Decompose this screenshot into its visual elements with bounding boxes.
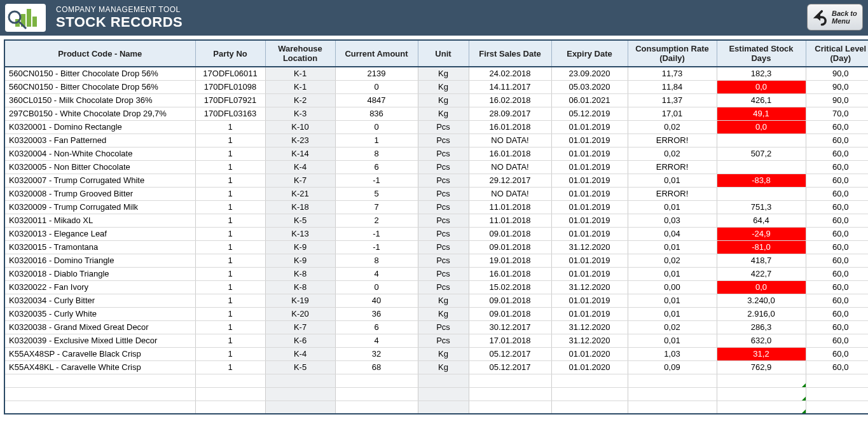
cell[interactable]: K0320004 - Non-White Chocolate (4, 147, 195, 160)
cell[interactable]: 1 (195, 174, 265, 187)
cell[interactable]: K0320005 - Non Bitter Chocolate (4, 160, 195, 174)
cell[interactable]: 60,0 (806, 134, 868, 147)
table-row[interactable] (4, 387, 868, 400)
cell[interactable]: 0,01 (628, 307, 717, 320)
cell[interactable]: K-5 (265, 214, 335, 227)
cell[interactable]: K-5 (265, 360, 335, 374)
cell[interactable]: NO DATA! (469, 160, 551, 174)
cell[interactable]: K-2 (265, 93, 335, 107)
cell[interactable]: 1 (195, 187, 265, 200)
cell[interactable]: 09.01.2018 (469, 307, 551, 320)
cell[interactable]: K-8 (265, 267, 335, 280)
cell[interactable]: 6 (335, 320, 418, 334)
cell[interactable]: 426,1 (717, 93, 806, 107)
cell[interactable]: NO DATA! (469, 134, 551, 147)
cell[interactable]: 01.01.2019 (551, 267, 628, 280)
cell[interactable]: 60,0 (806, 360, 868, 374)
cell[interactable]: ERROR! (628, 187, 717, 200)
cell[interactable]: 1 (195, 320, 265, 334)
cell[interactable] (806, 374, 868, 387)
cell[interactable]: 1 (195, 240, 265, 254)
table-row[interactable]: K0320013 - Elegance Leaf1K-13-1Pcs09.01.… (4, 227, 868, 240)
cell[interactable]: 836 (335, 107, 418, 120)
cell[interactable] (806, 400, 868, 414)
cell[interactable]: 0,01 (628, 174, 717, 187)
table-row[interactable]: K55AX48SP - Caravelle Black Crisp1K-432K… (4, 347, 868, 360)
cell[interactable] (335, 387, 418, 400)
cell[interactable]: 0,00 (628, 280, 717, 294)
cell[interactable]: 01.01.2019 (551, 294, 628, 307)
cell[interactable] (418, 387, 469, 400)
cell[interactable]: 0,01 (628, 294, 717, 307)
cell[interactable]: Pcs (418, 320, 469, 334)
cell[interactable]: -1 (335, 227, 418, 240)
cell[interactable]: K-14 (265, 147, 335, 160)
cell[interactable] (551, 374, 628, 387)
column-header[interactable]: Estimated Stock Days (717, 40, 806, 67)
cell[interactable]: 1 (195, 254, 265, 267)
cell[interactable]: 31.12.2020 (551, 334, 628, 347)
cell[interactable]: 0,02 (628, 320, 717, 334)
cell[interactable] (335, 374, 418, 387)
table-row[interactable]: K0320035 - Curly White1K-2036Kg09.01.201… (4, 307, 868, 320)
cell[interactable]: 60,0 (806, 174, 868, 187)
cell[interactable]: 1 (195, 200, 265, 214)
cell[interactable]: 1 (195, 214, 265, 227)
table-row[interactable]: 560CN0150 - Bitter Chocolate Drop 56%17O… (4, 67, 868, 80)
cell[interactable]: 29.12.2017 (469, 174, 551, 187)
cell[interactable]: Kg (418, 107, 469, 120)
cell[interactable]: 2139 (335, 67, 418, 80)
table-row[interactable]: K0320003 - Fan Patterned1K-231PcsNO DATA… (4, 134, 868, 147)
cell[interactable] (628, 387, 717, 400)
cell[interactable]: 70,0 (806, 107, 868, 120)
cell[interactable]: 01.01.2019 (551, 187, 628, 200)
cell[interactable]: 170DFL01098 (195, 80, 265, 93)
cell[interactable]: 68 (335, 360, 418, 374)
cell[interactable]: -24,9 (717, 227, 806, 240)
cell[interactable]: -1 (335, 240, 418, 254)
cell[interactable] (551, 400, 628, 414)
cell[interactable]: K-3 (265, 107, 335, 120)
cell[interactable]: K-10 (265, 120, 335, 134)
cell[interactable]: Pcs (418, 134, 469, 147)
cell[interactable]: 60,0 (806, 294, 868, 307)
cell[interactable]: 0 (335, 80, 418, 93)
cell[interactable]: 01.01.2019 (551, 214, 628, 227)
cell[interactable]: K-9 (265, 240, 335, 254)
cell[interactable]: K-20 (265, 307, 335, 320)
cell[interactable]: 31.12.2020 (551, 280, 628, 294)
cell[interactable] (195, 400, 265, 414)
cell[interactable]: 2.916,0 (717, 307, 806, 320)
cell[interactable]: 16.02.2018 (469, 93, 551, 107)
table-row[interactable]: K0320016 - Domino Triangle1K-98Pcs19.01.… (4, 254, 868, 267)
cell[interactable] (195, 387, 265, 400)
cell[interactable]: -81,0 (717, 240, 806, 254)
cell[interactable] (4, 400, 195, 414)
cell[interactable] (628, 374, 717, 387)
cell[interactable]: 0,02 (628, 147, 717, 160)
cell[interactable]: 11,37 (628, 93, 717, 107)
cell[interactable]: 1 (195, 360, 265, 374)
cell[interactable]: Pcs (418, 254, 469, 267)
cell[interactable]: 182,3 (717, 67, 806, 80)
cell[interactable]: 1,03 (628, 347, 717, 360)
cell[interactable]: 170DFL03163 (195, 107, 265, 120)
cell[interactable]: 11,84 (628, 80, 717, 93)
cell[interactable]: 0,01 (628, 200, 717, 214)
cell[interactable]: K0320015 - Tramontana (4, 240, 195, 254)
cell[interactable]: 4847 (335, 93, 418, 107)
cell[interactable]: 60,0 (806, 307, 868, 320)
cell[interactable]: Pcs (418, 227, 469, 240)
cell[interactable]: K0320038 - Grand Mixed Great Decor (4, 320, 195, 334)
cell[interactable]: K0320013 - Elegance Leaf (4, 227, 195, 240)
cell[interactable]: K-8 (265, 280, 335, 294)
cell[interactable]: 60,0 (806, 160, 868, 174)
column-header[interactable]: Product Code - Name (4, 40, 195, 67)
cell[interactable]: 49,1 (717, 107, 806, 120)
cell[interactable]: 05.03.2020 (551, 80, 628, 93)
column-header[interactable]: Consumption Rate (Daily) (628, 40, 717, 67)
cell[interactable]: 60,0 (806, 267, 868, 280)
cell[interactable]: K-1 (265, 80, 335, 93)
cell[interactable]: 4 (335, 334, 418, 347)
table-row[interactable]: K0320005 - Non Bitter Chocolate1K-46PcsN… (4, 160, 868, 174)
